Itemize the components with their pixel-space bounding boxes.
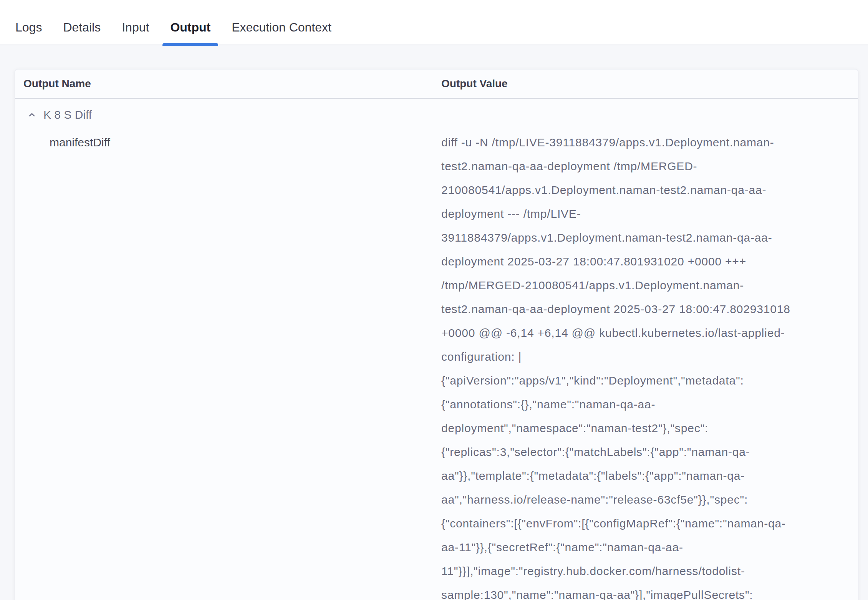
column-header-output-value: Output Value — [441, 78, 858, 90]
tab-logs-label: Logs — [15, 20, 42, 35]
tab-details[interactable]: Details — [63, 10, 101, 45]
group-row-k8s-diff[interactable]: K 8 S Diff — [15, 99, 858, 131]
execution-output-page: { "tab_bar": { "tabs": [ { "label": "Log… — [0, 0, 868, 600]
tab-details-label: Details — [63, 20, 101, 35]
tab-input[interactable]: Input — [122, 10, 149, 45]
output-row-manifest-diff: manifestDiff diff -u -N /tmp/LIVE-391188… — [15, 131, 858, 600]
group-label: K 8 S Diff — [43, 108, 92, 121]
column-header-output-name: Output Name — [15, 78, 441, 90]
tab-execution-context[interactable]: Execution Context — [232, 10, 331, 45]
output-value-cell: diff -u -N /tmp/LIVE-3911884379/apps.v1.… — [441, 131, 793, 600]
tab-logs[interactable]: Logs — [15, 10, 42, 45]
tab-input-label: Input — [122, 20, 149, 35]
output-name-cell: manifestDiff — [15, 131, 441, 154]
tab-output[interactable]: Output — [170, 10, 210, 45]
tab-output-label: Output — [170, 20, 210, 35]
chevron-up-icon[interactable] — [28, 111, 36, 119]
tab-bar: Logs Details Input Output Execution Cont… — [0, 0, 868, 45]
output-tab-content: Output Name Output Value K 8 S Diff mani… — [0, 45, 868, 600]
active-tab-indicator — [162, 43, 218, 46]
tab-execution-context-label: Execution Context — [232, 20, 331, 35]
output-table-card: Output Name Output Value K 8 S Diff mani… — [15, 69, 858, 600]
output-table-header: Output Name Output Value — [15, 70, 858, 99]
